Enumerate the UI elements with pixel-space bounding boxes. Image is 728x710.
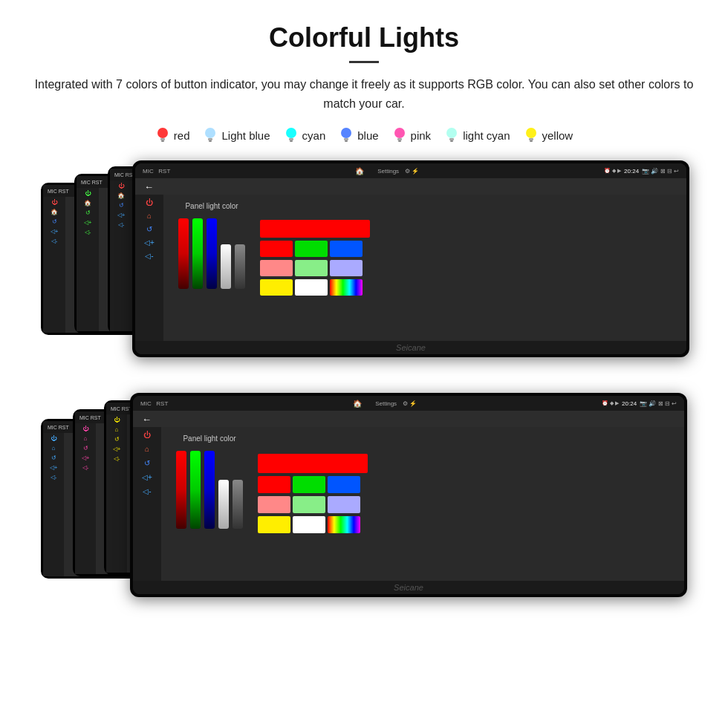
svg-rect-2: [161, 140, 164, 142]
device-group-2: MIC RST 🏠 Se ⏻ ⌂ ↺ ◁+ ◁-: [30, 393, 698, 623]
panel-title: Panel light color: [185, 202, 238, 210]
slider2-red[interactable]: [176, 451, 186, 529]
status-time-2: 20:24: [622, 400, 637, 407]
swatch-r1-red[interactable]: [260, 241, 293, 257]
sidebar-icon-vol-up: ◁+: [144, 238, 155, 247]
page-container: Colorful Lights Integrated with 7 colors…: [0, 0, 728, 645]
svg-point-0: [157, 128, 168, 138]
device-main-1: MIC RST 🏠 Settings ⚙ ⚡ ⏰ ◆ ▶ 20:24 📷 🔊 ⊠…: [132, 160, 689, 357]
svg-rect-14: [398, 140, 401, 142]
slider2-gray[interactable]: [233, 480, 243, 529]
svg-rect-20: [530, 140, 533, 142]
swatch2-r2-lightblue[interactable]: [328, 496, 360, 513]
svg-rect-16: [449, 138, 454, 140]
title-divider: [349, 61, 379, 63]
slider-blue[interactable]: [207, 218, 217, 289]
slider-red[interactable]: [178, 218, 189, 289]
swatch2-r2-lightgreen[interactable]: [293, 496, 325, 513]
swatch-r2-pink[interactable]: [260, 260, 293, 276]
swatch2-r2-pink[interactable]: [258, 496, 290, 513]
color-item-blue: blue: [339, 126, 378, 144]
svg-rect-4: [208, 138, 212, 140]
swatch-big-red[interactable]: [260, 220, 370, 238]
watermark-2: Seicane: [394, 583, 423, 592]
sidebar-icon-vol-down: ◁-: [145, 252, 153, 260]
color-label-red: red: [174, 129, 190, 142]
color-label-pink: pink: [411, 129, 432, 142]
swatch-r3-yellow[interactable]: [260, 279, 293, 296]
slider2-blue[interactable]: [204, 451, 215, 529]
bulb-cyan-icon: [284, 126, 299, 144]
bulb-pink-icon: [392, 126, 407, 144]
sidebar2-refresh: ↺: [144, 459, 150, 467]
device-group-1: MIC RST 🏠 ⏻ 🏠 ↺ ◁+ ◁-: [30, 160, 698, 380]
color-item-cyan: cyan: [284, 126, 326, 144]
swatch2-r3-white[interactable]: [293, 516, 325, 533]
bulb-blue-icon: [339, 126, 354, 144]
svg-rect-7: [289, 138, 293, 140]
svg-point-15: [446, 128, 457, 138]
swatch-r3-rainbow[interactable]: [330, 279, 363, 296]
color-item-lightblue: Light blue: [203, 126, 270, 144]
color-item-yellow: yellow: [524, 126, 573, 144]
sidebar-icon-refresh: ↺: [146, 225, 152, 233]
slider-green[interactable]: [192, 218, 203, 289]
sidebar2-vol-down: ◁-: [143, 487, 151, 495]
bulb-lightcyan-icon: [444, 126, 459, 144]
bulb-lightblue-icon: [203, 126, 218, 144]
svg-point-9: [341, 128, 351, 138]
slider-white[interactable]: [221, 244, 231, 289]
sidebar2-power: ⏻: [143, 431, 151, 439]
svg-rect-17: [450, 140, 453, 142]
svg-point-12: [394, 128, 405, 138]
swatch-r2-lightgreen[interactable]: [295, 260, 328, 276]
slider2-green[interactable]: [190, 451, 201, 529]
slider-gray[interactable]: [235, 244, 245, 289]
sidebar-icon-power: ⏻: [146, 198, 153, 206]
sidebar2-vol-up: ◁+: [142, 473, 152, 481]
svg-point-3: [205, 128, 215, 138]
slider2-white[interactable]: [218, 480, 229, 529]
page-subtitle: Integrated with 7 colors of button indic…: [30, 75, 698, 113]
bulb-yellow-icon: [524, 126, 539, 144]
status-time: 20:24: [624, 168, 639, 175]
bulb-red-icon: [155, 126, 170, 144]
watermark-1: Seicane: [396, 343, 426, 352]
color-label-lightblue: Light blue: [221, 129, 270, 142]
svg-rect-13: [397, 138, 402, 140]
color-label-lightcyan: light cyan: [463, 129, 510, 142]
page-title: Colorful Lights: [30, 22, 698, 53]
sidebar2-home: ⌂: [145, 445, 149, 453]
swatch2-r3-rainbow[interactable]: [328, 516, 360, 533]
swatch-r2-lightblue[interactable]: [330, 260, 363, 276]
color-label-yellow: yellow: [542, 129, 573, 142]
svg-rect-19: [529, 138, 533, 140]
svg-point-18: [526, 128, 536, 138]
color-item-lightcyan: light cyan: [444, 126, 510, 144]
svg-rect-5: [209, 140, 212, 142]
sidebar-icon-home: ⌂: [147, 212, 152, 220]
swatch2-r1-blue[interactable]: [328, 476, 360, 493]
swatch2-big-red[interactable]: [258, 454, 368, 473]
color-legend: red Light blue cyan: [30, 126, 698, 144]
swatch2-r1-green[interactable]: [293, 476, 325, 493]
color-item-pink: pink: [392, 126, 432, 144]
swatch-r3-white[interactable]: [295, 279, 328, 296]
svg-rect-8: [290, 140, 293, 142]
swatch-r1-green[interactable]: [295, 241, 328, 257]
color-label-cyan: cyan: [302, 129, 326, 142]
svg-rect-11: [345, 140, 348, 142]
color-item-red: red: [155, 126, 190, 144]
swatch2-r3-yellow[interactable]: [258, 516, 290, 533]
svg-rect-1: [160, 138, 165, 140]
color-label-blue: blue: [357, 129, 378, 142]
swatch-r1-blue[interactable]: [330, 241, 363, 257]
swatch2-r1-red[interactable]: [258, 476, 290, 493]
svg-point-6: [286, 128, 296, 138]
back-arrow-2[interactable]: ←: [142, 414, 152, 425]
back-arrow-main[interactable]: ←: [144, 181, 154, 192]
svg-rect-10: [344, 138, 348, 140]
device-main-2: MIC RST 🏠 Settings ⚙ ⚡ ⏰ ◆ ▶ 20:24 📷 🔊 ⊠…: [130, 393, 687, 597]
panel-title-2: Panel light color: [183, 434, 235, 443]
